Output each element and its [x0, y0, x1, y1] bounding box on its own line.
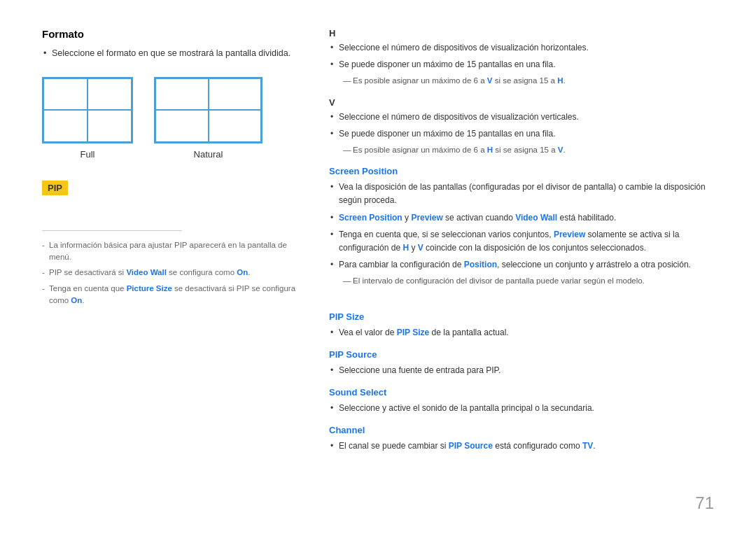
divider	[42, 230, 182, 231]
ch-b1-pip-source: PIP Source	[449, 441, 493, 451]
spacer	[329, 297, 714, 311]
sp-b2-link1: Screen Position	[339, 213, 402, 223]
grid-cell	[209, 110, 262, 142]
screen-position-heading: Screen Position	[329, 166, 714, 176]
pip-size-bullet-1: Vea el valor de PIP Size de la pantalla …	[339, 326, 714, 339]
sp-b4-position: Position	[464, 260, 497, 269]
pip-size-b1-before: Vea el valor de	[339, 328, 397, 337]
ch-b1-end: .	[593, 441, 595, 451]
grid-cell	[43, 78, 88, 111]
v-note: Es posible asignar un máximo de 6 a H si…	[343, 144, 714, 156]
ch-b1-mid: está configurado como	[493, 441, 582, 451]
sp-b2-link2: Preview	[411, 213, 442, 223]
full-grid-visual	[42, 77, 133, 143]
grid-cell	[43, 110, 88, 142]
sp-b2-text3: está habilitado.	[557, 213, 616, 223]
sound-select-heading: Sound Select	[329, 387, 714, 398]
v-bullet-1: Seleccione el número de dispositivos de …	[339, 111, 714, 124]
full-label: Full	[80, 149, 95, 160]
page-number: 71	[695, 493, 714, 513]
channel-section: Channel El canal se puede cambiar si PIP…	[329, 425, 714, 453]
pip-note-3-end: .	[82, 296, 84, 304]
natural-label: Natural	[194, 149, 223, 160]
grid-cell	[155, 78, 209, 111]
natural-grid-visual	[154, 77, 262, 143]
sp-bullet-4: Para cambiar la configuración de Positio…	[339, 258, 714, 272]
h-note-end: .	[563, 76, 565, 85]
pip-section: PIP La información básica para ajustar P…	[42, 181, 301, 307]
h-bullet-1: Seleccione el número de dispositivos de …	[339, 41, 714, 55]
v-note-h: H	[487, 146, 493, 154]
sp-b3-after: coincide con la disposición de los conju…	[424, 243, 646, 253]
grid-cell	[88, 110, 132, 142]
sound-select-bullet-1: Seleccione y active el sonido de la pant…	[339, 402, 714, 415]
pip-note-3-link1: Picture Size	[127, 284, 172, 293]
h-note: Es posible asignar un máximo de 6 a V si…	[343, 75, 714, 87]
h-bullet-2: Se puede disponer un máximo de 15 pantal…	[339, 58, 714, 71]
sp-b2-text1: y	[402, 213, 412, 223]
ch-b1-tv: TV	[582, 441, 593, 451]
pip-size-b1-link: PIP Size	[397, 328, 429, 337]
screen-position-section: Screen Position Vea la disposición de la…	[329, 166, 714, 287]
pip-note-3-before: Tenga en cuenta que	[49, 284, 127, 293]
formato-title: Formato	[42, 28, 301, 40]
pip-source-section: PIP Source Seleccione una fuente de entr…	[329, 349, 714, 377]
v-note-mid: si se asigna 15 a	[493, 146, 558, 154]
formato-bullet: Seleccione el formato en que se mostrará…	[52, 47, 301, 60]
ch-b1-before: El canal se puede cambiar si	[339, 441, 449, 451]
sp-b2-text2: se activan cuando	[443, 213, 515, 223]
channel-bullet-1: El canal se puede cambiar si PIP Source …	[339, 440, 714, 453]
sp-bullet-3: Tenga en cuenta que, si se seleccionan v…	[339, 228, 714, 255]
sp-b2-link3: Video Wall	[515, 213, 557, 223]
sp-b4-before: Para cambiar la configuración de	[339, 260, 464, 269]
v-note-end: .	[563, 146, 565, 154]
sp-b3-y: y	[409, 243, 418, 253]
formato-section: Formato Seleccione el formato en que se …	[42, 28, 301, 60]
v-heading: V	[329, 97, 714, 108]
sp-note: El intervalo de configuración del diviso…	[343, 275, 714, 287]
sp-bullet-2: Screen Position y Preview se activan cua…	[339, 211, 714, 225]
right-column: H Seleccione el número de dispositivos d…	[329, 28, 714, 506]
pip-note-2-link1: Video Wall	[126, 268, 167, 276]
pip-note-2-before: PIP se desactivará si	[49, 268, 126, 276]
pip-badge: PIP	[42, 181, 68, 195]
v-section: V Seleccione el número de dispositivos d…	[329, 97, 714, 157]
pip-note-3: Tenga en cuenta que Picture Size se desa…	[42, 283, 301, 307]
h-note-mid: si se asigna 15 a	[492, 76, 557, 85]
grid-cell	[88, 78, 132, 111]
grid-images: Full Natural	[42, 77, 301, 160]
natural-grid-box: Natural	[154, 77, 262, 160]
v-note-before: Es posible asignar un máximo de 6 a	[353, 146, 487, 154]
sound-select-section: Sound Select Seleccione y active el soni…	[329, 387, 714, 415]
pip-note-2: PIP se desactivará si Video Wall se conf…	[42, 267, 301, 279]
h-section: H Seleccione el número de dispositivos d…	[329, 28, 714, 87]
sp-bullet-1: Vea la disposición de las pantallas (con…	[339, 181, 714, 207]
pip-note-2-end: .	[248, 268, 250, 276]
grid-cell	[209, 78, 262, 111]
sp-b3-v: V	[418, 243, 424, 253]
h-note-before: Es posible asignar un máximo de 6 a	[353, 76, 487, 85]
sp-b3-preview: Preview	[554, 230, 585, 239]
pip-source-bullet-1: Seleccione una fuente de entrada para PI…	[339, 364, 714, 377]
grid-cell	[155, 110, 209, 142]
pip-size-section: PIP Size Vea el valor de PIP Size de la …	[329, 311, 714, 339]
pip-note-2-after: se configura como	[167, 268, 237, 276]
pip-note-3-link2: On	[71, 296, 82, 304]
full-grid-box: Full	[42, 77, 133, 160]
sp-b3-h: H	[402, 243, 409, 253]
pip-note-2-link2: On	[237, 268, 248, 276]
channel-heading: Channel	[329, 425, 714, 435]
pip-note-1: La información básica para ajustar PIP a…	[42, 239, 301, 264]
sp-b4-after: , seleccione un conjunto y arrástrelo a …	[497, 260, 691, 269]
pip-source-heading: PIP Source	[329, 349, 714, 360]
h-heading: H	[329, 28, 714, 38]
pip-size-b1-after: de la pantalla actual.	[429, 328, 508, 337]
v-bullet-2: Se puede disponer un máximo de 15 pantal…	[339, 127, 714, 141]
left-column: Formato Seleccione el formato en que se …	[42, 28, 301, 506]
pip-note-1-text: La información básica para ajustar PIP a…	[49, 241, 287, 261]
pip-size-heading: PIP Size	[329, 311, 714, 322]
sp-b3-before: Tenga en cuenta que, si se seleccionan v…	[339, 230, 554, 239]
